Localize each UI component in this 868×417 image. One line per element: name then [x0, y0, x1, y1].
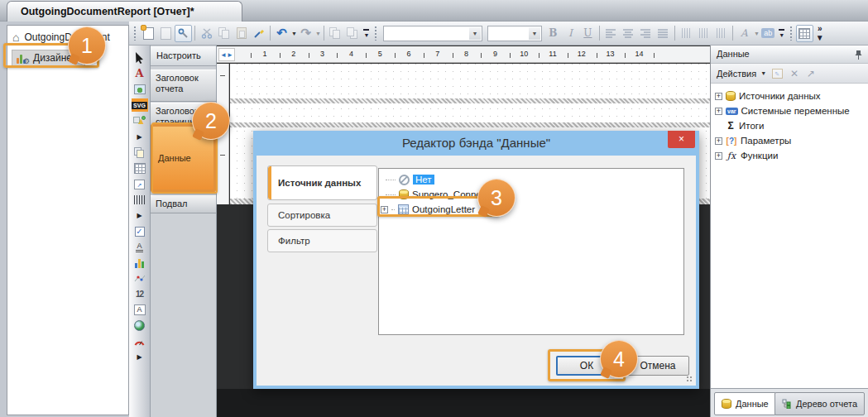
ruler-tick	[424, 53, 424, 58]
panel-tool-icon[interactable]	[132, 146, 147, 159]
close-icon[interactable]: ×	[668, 131, 695, 148]
panel-bottom-tabs: Данные Дерево отчета	[711, 388, 868, 417]
delete-icon[interactable]: ✕	[788, 66, 801, 81]
subreport-tool-icon[interactable]: ↗	[132, 178, 147, 190]
ruler-tick	[395, 53, 396, 58]
barcode-tool-icon[interactable]	[132, 194, 147, 206]
align-right-icon[interactable]	[637, 25, 655, 42]
tree-item-totals[interactable]: Σ Итоги	[711, 118, 868, 133]
ruler-tick	[453, 53, 453, 58]
tab-report-tree[interactable]: Дерево отчета	[774, 392, 865, 415]
actions-dropdown-icon[interactable]: ▼	[760, 70, 766, 76]
edit-icon[interactable]: ✎	[770, 66, 784, 81]
ruler-tick	[510, 53, 511, 58]
toolbar-grip[interactable]	[374, 26, 378, 41]
sparkline-tool-icon[interactable]	[132, 272, 147, 285]
expand-plus-icon[interactable]: +	[715, 152, 722, 160]
band-report-title[interactable]: Заголовок отчета	[151, 70, 216, 102]
underline-button[interactable]: U	[579, 25, 597, 42]
tree-item-none[interactable]: Нет	[379, 172, 683, 187]
font-family-combo[interactable]: ▼	[383, 26, 482, 41]
view-icon[interactable]: ↗	[804, 66, 818, 81]
pin-icon[interactable]	[855, 50, 862, 60]
new-report-icon[interactable]	[140, 25, 157, 42]
font-size-combo[interactable]: ▼	[487, 26, 542, 41]
send-backward-icon[interactable]	[344, 25, 362, 42]
cut-icon[interactable]	[198, 25, 215, 42]
toolbar-expand-icon[interactable]: »▼	[813, 25, 827, 42]
dictionary-tree: + Источники данных + var Системные перем…	[711, 84, 868, 388]
align-left-icon[interactable]	[602, 25, 620, 42]
ruler-number: 6	[402, 50, 415, 58]
ruler-tick	[597, 53, 597, 58]
richtext-tool-icon[interactable]: A	[132, 241, 147, 253]
image-tool-icon[interactable]	[132, 83, 147, 95]
valign-bottom-icon[interactable]	[712, 25, 730, 42]
tab-data[interactable]: Данные	[714, 392, 776, 415]
bold-button[interactable]: B	[544, 25, 562, 42]
ruler-arrows-icon[interactable]: ◄►	[218, 48, 235, 61]
expand-plus-icon[interactable]: +	[715, 108, 722, 115]
textbox-tool-icon[interactable]: A	[132, 304, 147, 316]
toolbar-overflow-icon[interactable]: ▼	[777, 25, 787, 42]
tree-item-functions[interactable]: + ƒx Функции	[711, 148, 868, 163]
band-separator[interactable]	[230, 122, 710, 127]
barcode-more-icon[interactable]: ▶	[132, 209, 147, 222]
chart-tool-icon[interactable]	[132, 256, 147, 269]
redo-dropdown-icon[interactable]: ▼	[315, 31, 321, 36]
checkbox-tool-icon[interactable]: ✓	[132, 225, 147, 237]
gauge-tool-icon[interactable]	[132, 335, 147, 348]
align-justify-icon[interactable]	[655, 25, 672, 42]
undo-dropdown-icon[interactable]: ▼	[291, 31, 297, 36]
chevron-right-icon: »	[818, 24, 822, 33]
valign-top-icon[interactable]	[678, 25, 695, 42]
paste-icon[interactable]	[233, 25, 250, 42]
grid-options-icon[interactable]	[796, 25, 813, 42]
map-tool-icon[interactable]	[132, 319, 147, 332]
band-separator[interactable]	[230, 98, 710, 103]
format-painter-icon[interactable]	[250, 25, 267, 42]
svg-tool-icon[interactable]: SVG	[132, 98, 148, 112]
shape-tool-icon[interactable]: ▲	[132, 115, 147, 127]
toolbox-more-icon[interactable]: ▶	[132, 351, 147, 363]
settings-wrench-icon[interactable]	[175, 25, 192, 42]
page-setup-icon[interactable]	[157, 25, 175, 42]
tab-filter[interactable]: Фильтр	[267, 229, 377, 252]
tree-item-none-label: Нет	[413, 175, 434, 185]
ruler-tick	[280, 53, 281, 58]
undo-icon[interactable]: ↶	[273, 25, 290, 42]
expand-plus-icon[interactable]: +	[715, 137, 722, 145]
align-center-icon[interactable]	[620, 25, 637, 42]
band-footer[interactable]: Подвал	[151, 195, 216, 213]
resize-grip[interactable]	[685, 375, 693, 383]
document-tab[interactable]: OutgoingDocumentReport [Отчет]*	[7, 1, 242, 22]
text-color-dropdown-icon[interactable]: ▼	[754, 31, 760, 36]
ruler-number: 2	[287, 50, 300, 58]
toolbar-grip[interactable]	[133, 26, 137, 41]
text-brush-icon[interactable]: ab	[760, 25, 777, 42]
tab-sort[interactable]: Сортировка	[267, 204, 377, 227]
bring-forward-icon[interactable]	[327, 25, 344, 42]
pointer-tool-icon[interactable]	[132, 51, 147, 64]
italic-button[interactable]: I	[562, 25, 579, 42]
actions-menu[interactable]: Действия	[717, 69, 756, 79]
shape-more-icon[interactable]: ▶	[132, 131, 147, 143]
toolbar-grip[interactable]	[789, 26, 794, 41]
toolbar-overflow-icon[interactable]: ▼	[362, 25, 372, 42]
expand-plus-icon[interactable]: +	[715, 93, 722, 100]
valign-middle-icon[interactable]	[695, 25, 712, 42]
tree-item-datasources[interactable]: + Источники данных	[711, 89, 868, 103]
digits-tool-icon[interactable]: 12	[132, 288, 147, 300]
copy-icon[interactable]	[215, 25, 233, 42]
dictionary-panel: Данные Действия ▼ ✎ ✕ ↗ + Источники данн…	[710, 46, 868, 417]
text-tool-icon[interactable]: A	[132, 67, 147, 79]
ruler-number: 10	[517, 50, 530, 58]
table-tool-icon[interactable]	[132, 162, 147, 175]
redo-icon[interactable]: ↷	[297, 25, 314, 42]
tab-datasource[interactable]: Источник данных	[267, 165, 377, 200]
ruler-number: 5	[373, 50, 386, 58]
text-color-icon[interactable]: A	[736, 25, 753, 42]
band-configure-header[interactable]: Настроить	[151, 46, 216, 66]
tree-item-parameters[interactable]: + [?] Параметры	[711, 133, 868, 148]
tree-item-system-variables[interactable]: + var Системные переменные	[711, 103, 868, 118]
